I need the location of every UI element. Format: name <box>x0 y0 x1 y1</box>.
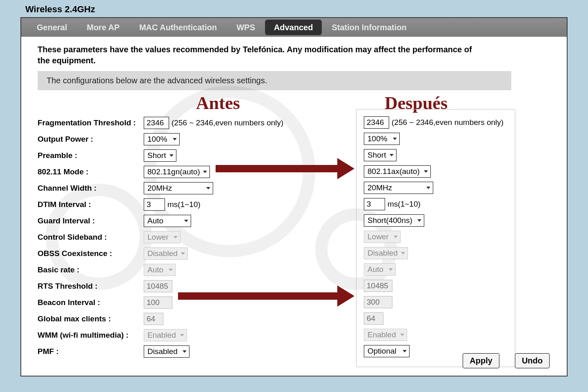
action-buttons: Apply Undo <box>463 353 550 368</box>
before-pmf-value: Disabled <box>147 347 178 356</box>
dtim-hint-after: ms(1~10) <box>388 200 421 209</box>
chevron-down-icon <box>403 350 407 352</box>
after-guard-select[interactable]: Short(400ns) <box>364 214 424 227</box>
before-guard-value: Auto <box>147 216 163 225</box>
tab-mac-auth[interactable]: MAC Authentication <box>129 18 227 37</box>
after-dtim-input[interactable] <box>364 198 385 210</box>
chevron-down-icon <box>400 334 404 336</box>
info-strip: The configurations below are the advance… <box>38 71 511 90</box>
before-obss-value: Disabled <box>147 249 178 258</box>
before-pmf-select[interactable]: Disabled <box>144 345 189 358</box>
tab-general[interactable]: General <box>27 18 77 37</box>
label-basicrate: Basic rate : <box>38 262 144 278</box>
after-column: (256 ~ 2346,even numbers only) 100% Shor… <box>356 109 515 367</box>
before-chwidth-select[interactable]: 20MHz <box>144 182 213 194</box>
before-wmm-value: Enabled <box>147 331 176 340</box>
before-sideband-select: Lower <box>144 231 180 243</box>
before-rts-input <box>144 280 172 292</box>
chevron-down-icon <box>401 252 405 254</box>
chevron-down-icon <box>169 154 174 157</box>
after-obss-select: Disabled <box>364 247 408 259</box>
before-sideband-value: Lower <box>147 233 169 242</box>
after-maxclients-input <box>364 312 383 325</box>
chevron-down-icon <box>174 236 178 238</box>
after-wmm-value: Enabled <box>368 330 396 339</box>
chevron-down-icon <box>169 269 173 271</box>
after-sideband-select: Lower <box>364 231 401 243</box>
chevron-down-icon <box>393 138 397 140</box>
tab-advanced[interactable]: Advanced <box>265 20 322 35</box>
before-obss-select: Disabled <box>144 247 188 260</box>
label-dtim: DTIM Interval : <box>38 196 144 213</box>
after-sideband-value: Lower <box>368 232 389 241</box>
after-power-value: 100% <box>368 134 388 143</box>
chevron-down-icon <box>183 350 187 353</box>
after-chwidth-select[interactable]: 20MHz <box>364 182 433 194</box>
chevron-down-icon <box>424 170 428 173</box>
tab-station-info[interactable]: Station Information <box>322 18 416 37</box>
before-column: (256 ~ 2346,even numbers only) 100% Shor… <box>144 94 356 360</box>
dtim-hint: ms(1~10) <box>167 200 200 209</box>
tab-more-ap[interactable]: More AP <box>77 18 129 37</box>
labels-column: Fragmentation Threshold : Output Power :… <box>38 94 144 360</box>
before-preamble-select[interactable]: Short <box>144 149 176 162</box>
chevron-down-icon <box>389 268 393 271</box>
tab-wps[interactable]: WPS <box>227 18 265 37</box>
chevron-down-icon <box>184 220 188 222</box>
after-beacon-input <box>364 296 392 308</box>
after-mode-select[interactable]: 802.11ax(auto) <box>364 165 431 178</box>
label-rts: RTS Threshold : <box>38 278 144 294</box>
label-wmm: WMM (wi-fi multimedia) : <box>38 327 144 343</box>
label-guard: Guard Interval : <box>38 213 144 229</box>
before-dtim-input[interactable] <box>144 198 165 211</box>
after-preamble-value: Short <box>368 151 386 160</box>
chevron-down-icon <box>181 252 185 255</box>
label-frag: Fragmentation Threshold : <box>38 115 144 131</box>
after-obss-value: Disabled <box>368 249 398 258</box>
warning-text: These parameters have the values recomme… <box>38 44 479 66</box>
after-pmf-value: Optional <box>368 347 396 356</box>
settings-panel: General More AP MAC Authentication WPS A… <box>20 17 568 376</box>
after-guard-value: Short(400ns) <box>368 216 412 225</box>
after-basicrate-value: Auto <box>368 265 383 274</box>
before-mode-value: 802.11gn(auto) <box>147 167 200 176</box>
frag-hint: (256 ~ 2346,even numbers only) <box>172 118 283 127</box>
after-rts-input <box>364 280 392 292</box>
frag-hint-after: (256 ~ 2346,even numbers only) <box>392 118 503 127</box>
label-power: Output Power : <box>38 131 144 147</box>
after-mode-value: 802.11ax(auto) <box>368 167 420 176</box>
label-obss: OBSS Coexistence : <box>38 245 144 262</box>
chevron-down-icon <box>180 334 184 336</box>
chevron-down-icon <box>390 154 394 156</box>
before-maxclients-input <box>144 313 163 325</box>
before-chwidth-value: 20MHz <box>147 184 172 193</box>
after-wmm-select: Enabled <box>364 329 407 341</box>
label-sideband: Control Sideband : <box>38 229 144 245</box>
label-preamble: Preamble : <box>38 147 144 164</box>
undo-button[interactable]: Undo <box>515 353 550 368</box>
label-beacon: Beacon Interval : <box>38 294 144 311</box>
after-power-select[interactable]: 100% <box>364 133 400 145</box>
after-chwidth-value: 20MHz <box>368 183 392 192</box>
before-mode-select[interactable]: 802.11gn(auto) <box>144 166 210 178</box>
chevron-down-icon <box>426 187 430 189</box>
after-frag-input[interactable] <box>364 116 389 129</box>
before-power-value: 100% <box>147 135 167 144</box>
chevron-down-icon <box>173 138 177 140</box>
tab-bar: General More AP MAC Authentication WPS A… <box>21 18 567 37</box>
before-power-select[interactable]: 100% <box>144 133 180 145</box>
after-pmf-select[interactable]: Optional <box>364 345 410 357</box>
chevron-down-icon <box>394 236 398 238</box>
apply-button[interactable]: Apply <box>463 353 499 368</box>
after-preamble-select[interactable]: Short <box>364 149 396 161</box>
label-mode: 802.11 Mode : <box>38 164 144 180</box>
before-wmm-select: Enabled <box>144 329 187 341</box>
chevron-down-icon <box>203 171 207 173</box>
before-basicrate-select: Auto <box>144 264 176 276</box>
before-basicrate-value: Auto <box>147 265 163 274</box>
label-pmf: PMF : <box>38 343 144 360</box>
before-frag-input[interactable] <box>144 117 169 129</box>
before-guard-select[interactable]: Auto <box>144 215 191 227</box>
before-beacon-input <box>144 296 172 309</box>
label-chwidth: Channel Width : <box>38 180 144 196</box>
